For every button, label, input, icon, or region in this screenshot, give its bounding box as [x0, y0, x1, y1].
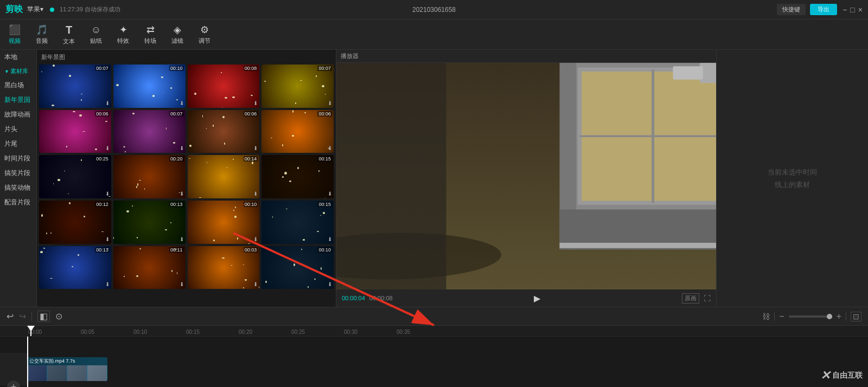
thumb-download-9[interactable]: ⬇ [105, 191, 110, 197]
watermark-symbol: ✕ [820, 369, 830, 383]
thumbnail-item-7[interactable]: 00:06⬇ [188, 110, 260, 153]
undo-button[interactable]: ↩ [7, 311, 14, 321]
ruler-mark-1: 00:05 [80, 329, 132, 335]
thumbnail-item-2[interactable]: 00:10⬇ [113, 64, 186, 108]
thumbnail-item-19[interactable]: 00:03⬇ [188, 246, 260, 289]
thumb-download-4[interactable]: ⬇ [328, 100, 332, 106]
main-track: 公交车实拍.mp4 7.7s [0, 353, 868, 385]
clip-thumb-2 [47, 365, 67, 381]
thumb-download-6[interactable]: ⬇ [180, 145, 184, 151]
sidebar-item-library[interactable]: 素材库 [0, 64, 36, 78]
thumb-time-18: 00:11 [169, 247, 184, 253]
toolbar-effects[interactable]: ✦ 特效 [117, 24, 129, 45]
sticker-label: 贴纸 [90, 37, 102, 45]
thumb-time-3: 00:08 [244, 66, 258, 71]
split-button[interactable]: ◧ [37, 311, 50, 322]
zoom-in-button[interactable]: + [837, 312, 841, 321]
toolbar-audio[interactable]: 🎵 音频 [36, 24, 48, 45]
thumb-download-7[interactable]: ⬇ [253, 145, 258, 151]
thumb-download-14[interactable]: ⬇ [180, 236, 184, 242]
toolbar-video[interactable]: ⬛ 视频 [9, 24, 21, 45]
clip-label: 公交车实拍.mp4 7.7s [27, 357, 107, 365]
redo-button[interactable]: ↪ [19, 311, 26, 321]
play-button[interactable]: ▶ [534, 293, 540, 304]
thumbnail-item-17[interactable]: 00:13⬇ [39, 246, 111, 289]
thumb-download-18[interactable]: ⬇ [180, 281, 184, 287]
thumb-download-19[interactable]: ⬇ [253, 281, 258, 287]
maximize-button[interactable]: □ [850, 5, 854, 14]
thumb-download-10[interactable]: ⬇ [180, 191, 184, 197]
thumbnail-item-12[interactable]: 00:15⬇ [261, 155, 334, 198]
zoom-out-button[interactable]: − [779, 312, 784, 321]
thumbnail-item-13[interactable]: 00:12⬇ [39, 201, 111, 244]
zoom-slider[interactable] [789, 315, 832, 318]
thumb-download-3[interactable]: ⬇ [253, 100, 258, 106]
shortcuts-button[interactable]: 快捷键 [777, 4, 806, 15]
delete-button[interactable]: ⊙ [55, 311, 62, 321]
minimize-button[interactable]: − [843, 5, 847, 14]
sidebar-item-搞笑片段[interactable]: 搞笑片段 [0, 166, 36, 180]
sidebar-item-故障动画[interactable]: 故障动画 [0, 107, 36, 122]
thumbnail-item-1[interactable]: 00:07⬇ [39, 64, 111, 108]
project-title: 202103061658 [412, 6, 456, 14]
toolbar-adjust[interactable]: ⚙ 调节 [199, 24, 210, 45]
window-controls: − □ × [843, 5, 863, 14]
thumbnail-item-3[interactable]: 00:08⬇ [188, 64, 260, 108]
thumbnail-item-11[interactable]: 00:14⬇ [188, 155, 260, 198]
sidebar-item-片头[interactable]: 片头 [0, 122, 36, 137]
sidebar-item-片尾[interactable]: 片尾 [0, 137, 36, 151]
tl-separator-1 [31, 312, 32, 321]
fullscreen-button[interactable]: ⛶ [704, 294, 711, 302]
preview-frame [336, 63, 716, 289]
thumbnail-item-18[interactable]: 00:11⬇ [113, 246, 186, 289]
sidebar-item-blackboard[interactable]: 黑白场 [0, 78, 36, 93]
thumb-download-11[interactable]: ⬇ [253, 191, 258, 197]
sidebar-item-时间片段[interactable]: 时间片段 [0, 151, 36, 166]
thumb-download-1[interactable]: ⬇ [105, 100, 110, 106]
thumb-download-8[interactable]: ⬇ [328, 145, 332, 151]
menu-button[interactable]: 苹果▾ [27, 5, 43, 14]
thumbnail-item-4[interactable]: 00:07⬇ [261, 64, 334, 108]
sidebar-item-搞笑动物[interactable]: 搞笑动物 [0, 180, 36, 195]
thumb-download-13[interactable]: ⬇ [105, 236, 110, 242]
thumb-download-2[interactable]: ⬇ [180, 100, 184, 106]
aspect-ratio-button[interactable]: 原画 [682, 293, 699, 304]
transition-icon: ⇄ [146, 24, 155, 36]
thumb-download-16[interactable]: ⬇ [328, 236, 332, 242]
thumb-time-16: 00:15 [317, 202, 332, 207]
thumbnail-item-10[interactable]: 00:20⬇ [113, 155, 186, 198]
thumb-download-15[interactable]: ⬇ [253, 236, 258, 242]
left-panel: 本地 素材库 黑白场 新年景国 故障动画 片头 片尾 时间片段 搞笑片段 搞笑动… [0, 50, 336, 307]
export-button[interactable]: 导出 [810, 4, 837, 15]
text-label: 文本 [63, 37, 75, 46]
playhead-marker[interactable] [27, 326, 35, 337]
video-clip[interactable]: 公交车实拍.mp4 7.7s [27, 357, 107, 381]
toolbar-transition[interactable]: ⇄ 转场 [144, 24, 156, 45]
thumb-time-13: 00:12 [95, 202, 110, 207]
thumb-download-12[interactable]: ⬇ [328, 191, 332, 197]
timeline-link-icon[interactable]: ⛓ [762, 312, 770, 321]
thumb-bg-10 [113, 155, 186, 198]
thumb-time-17: 00:13 [95, 247, 110, 253]
thumbnail-item-15[interactable]: 00:10⬇ [188, 201, 260, 244]
thumbnail-item-5[interactable]: 00:06⬇ [39, 110, 111, 153]
thumbnail-item-8[interactable]: 00:06⬇ [261, 110, 334, 153]
thumbnail-item-14[interactable]: 00:13⬇ [113, 201, 186, 244]
thumbnail-item-9[interactable]: 00:25⬇ [39, 155, 111, 198]
sidebar-item-配音片段[interactable]: 配音片段 [0, 195, 36, 210]
sidebar-item-newyear[interactable]: 新年景国 [0, 93, 36, 107]
thumbnail-item-20[interactable]: 00:10⬇ [261, 246, 334, 289]
close-button[interactable]: × [858, 5, 863, 14]
toolbar-filter[interactable]: ◈ 滤镜 [171, 24, 183, 45]
zoom-fit-button[interactable]: ⊡ [851, 312, 861, 321]
toolbar-sticker[interactable]: ☺ 贴纸 [90, 24, 102, 45]
sidebar-item-local[interactable]: 本地 [0, 50, 36, 64]
thumbnail-item-6[interactable]: 00:07⬇ [113, 110, 186, 153]
preview-video-content [336, 63, 716, 289]
thumbnail-item-16[interactable]: 00:15⬇ [261, 201, 334, 244]
thumb-download-20[interactable]: ⬇ [328, 281, 332, 287]
thumb-download-5[interactable]: ⬇ [105, 145, 110, 151]
add-track-button[interactable]: + [7, 380, 20, 388]
thumb-download-17[interactable]: ⬇ [105, 281, 110, 287]
toolbar-text[interactable]: T 文本 [63, 24, 75, 46]
